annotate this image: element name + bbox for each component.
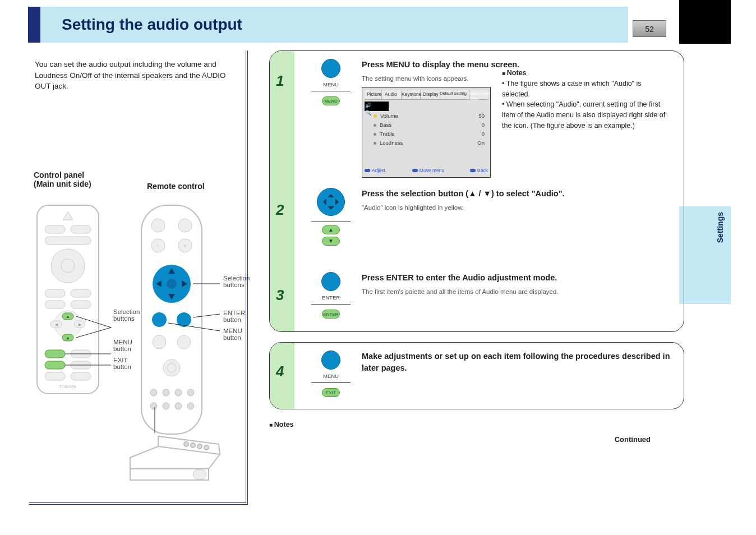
down-pill-icon[interactable]: ▼ <box>322 237 340 246</box>
svg-point-62 <box>184 442 188 446</box>
enter-button-icon[interactable] <box>321 272 340 291</box>
osd-tab-4[interactable]: Default setting <box>440 91 467 97</box>
step1-icons: MENU MENU <box>306 59 356 105</box>
notes-title-2: Notes <box>269 421 294 428</box>
svg-text:▲: ▲ <box>66 315 70 319</box>
steps-panel-1: 1 2 3 MENU MENU Press MENU to display <box>269 50 684 332</box>
svg-point-55 <box>163 403 169 409</box>
page-title: Setting the audio output <box>62 16 242 34</box>
callout-exit-cp: EXIT button <box>113 357 131 370</box>
icon-label-enter: ENTER <box>306 294 356 301</box>
menu-button-icon[interactable] <box>321 59 340 78</box>
svg-text:−: − <box>156 243 160 249</box>
svg-point-63 <box>191 443 195 448</box>
svg-text:TOSHIBA: TOSHIBA <box>59 385 77 389</box>
dpad-icon[interactable] <box>317 188 345 216</box>
step2-text: Press the selection button (▲ / ▼) to se… <box>362 188 675 213</box>
manual-page: Setting the audio output 52 Settings You… <box>0 0 756 535</box>
svg-rect-8 <box>71 289 91 297</box>
step4-icons: MENU EXIT <box>306 350 356 397</box>
svg-rect-3 <box>71 225 91 233</box>
callout-selection-rc: Selection buttons <box>223 275 250 288</box>
step2-icons: ▲ ▼ <box>306 188 356 246</box>
step-number-3: 3 <box>276 287 284 304</box>
remote-illustration: ▲ ▼ ◀ ▶ TOSHIBA <box>29 194 248 508</box>
svg-line-28 <box>76 328 111 338</box>
osd-tab-3[interactable]: Display <box>423 91 439 98</box>
enter-pill-icon[interactable]: ENTER <box>322 310 340 319</box>
step4-text: Make adjustments or set up on each item … <box>362 350 675 374</box>
step-number-2: 2 <box>276 201 284 219</box>
svg-point-6 <box>61 259 75 273</box>
menu-button-icon-2[interactable] <box>321 350 340 370</box>
intro-text: You can set the audio output including t… <box>35 59 237 92</box>
notes-title: Notes <box>502 69 527 77</box>
corner-tab <box>679 0 731 44</box>
osd-side-icons: 🔊🔍 <box>365 102 372 117</box>
svg-rect-24 <box>45 372 65 380</box>
svg-point-53 <box>187 389 194 396</box>
svg-line-59 <box>193 314 220 317</box>
osd-tab-1[interactable]: Audio <box>385 91 397 98</box>
svg-point-52 <box>175 389 182 396</box>
svg-rect-7 <box>45 289 65 297</box>
svg-point-46 <box>153 335 166 349</box>
exit-pill-icon[interactable]: EXIT <box>322 388 340 397</box>
steps-panel-2: 4 MENU EXIT Make adjustments or set up o… <box>269 342 684 409</box>
svg-point-33 <box>178 219 192 232</box>
icon-label-menu-2: MENU <box>306 373 356 379</box>
callout-menu-rc: MENU button <box>223 328 242 341</box>
osd-row-0: Volume50 <box>374 112 485 120</box>
step-number-4: 4 <box>276 363 284 380</box>
svg-rect-10 <box>71 301 91 308</box>
icon-label-menu: MENU <box>306 81 356 87</box>
header-accent <box>28 7 40 43</box>
page-number[interactable]: 52 <box>633 20 666 37</box>
svg-marker-1 <box>63 212 73 220</box>
svg-rect-2 <box>45 225 65 233</box>
remote-control-title: Remote control <box>147 182 205 191</box>
osd-tab-0[interactable]: Picture <box>367 91 381 98</box>
svg-text:▼: ▼ <box>66 336 70 340</box>
svg-rect-20 <box>45 350 65 358</box>
svg-point-47 <box>177 335 191 349</box>
up-pill-icon[interactable]: ▲ <box>322 225 340 234</box>
step1-notes: Notes • The figure shows a case in which… <box>502 68 670 131</box>
svg-point-44 <box>152 312 167 327</box>
osd-row-3: LoudnessOn <box>374 139 485 147</box>
left-column: You can set the audio output including t… <box>29 50 248 505</box>
callout-enter-rc: ENTER button <box>223 310 245 323</box>
step3-icons: ENTER ENTER <box>306 272 356 319</box>
callout-selection-cp: Selection buttons <box>113 308 140 322</box>
svg-point-43 <box>167 279 177 289</box>
osd-tab-5[interactable]: Factory reset mode <box>469 91 490 102</box>
svg-point-57 <box>187 403 194 409</box>
svg-rect-4 <box>45 237 91 245</box>
svg-line-60 <box>168 323 220 331</box>
svg-point-65 <box>204 445 209 450</box>
svg-point-56 <box>175 403 182 409</box>
control-panel-title: Control panel (Main unit side) <box>34 170 91 188</box>
step3-text: Press ENTER to enter the Audio adjustmen… <box>362 272 675 297</box>
callout-menu-cp: MENU button <box>113 339 132 352</box>
menu-pill-icon[interactable]: MENU <box>322 96 340 105</box>
svg-point-51 <box>163 389 169 396</box>
svg-point-61 <box>193 469 206 479</box>
osd-menu: Picture Audio Keystone Display Default s… <box>362 87 491 178</box>
svg-point-49 <box>167 363 176 372</box>
svg-rect-9 <box>45 301 65 308</box>
side-tab-label: Settings <box>716 212 725 243</box>
osd-row-1: Bass0 <box>374 121 485 129</box>
svg-point-64 <box>197 444 202 449</box>
svg-rect-22 <box>45 361 65 369</box>
svg-rect-31 <box>141 205 202 434</box>
right-column: 1 2 3 MENU MENU Press MENU to display <box>269 50 684 430</box>
svg-text:+: + <box>183 243 187 249</box>
bottom-notes: Notes <box>269 419 684 430</box>
osd-row-2: Treble0 <box>374 130 485 138</box>
step-number-1: 1 <box>276 72 284 90</box>
svg-point-54 <box>150 403 157 409</box>
svg-rect-25 <box>71 372 91 380</box>
osd-tab-2[interactable]: Keystone <box>402 91 421 98</box>
osd-footer: Adjust. Move menu Back <box>365 167 488 175</box>
